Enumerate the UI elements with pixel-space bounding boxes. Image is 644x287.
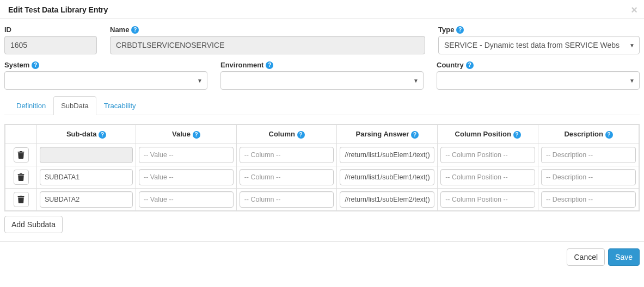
- desc-input[interactable]: [541, 147, 636, 163]
- subdata-input: [40, 147, 133, 163]
- column-input[interactable]: [240, 169, 334, 185]
- help-icon[interactable]: ?: [99, 131, 106, 139]
- type-label: Type ?: [438, 26, 640, 34]
- tab-bar: Definition SubData Tracability: [4, 96, 640, 115]
- cancel-button[interactable]: Cancel: [567, 248, 605, 266]
- delete-row-button[interactable]: [14, 170, 29, 185]
- help-icon[interactable]: ?: [32, 61, 39, 69]
- tab-definition[interactable]: Definition: [9, 96, 53, 115]
- column-header-desc: Description ?: [538, 125, 639, 144]
- column-header-column: Column ?: [236, 125, 337, 144]
- table-row: [5, 189, 639, 211]
- help-icon[interactable]: ?: [411, 131, 419, 139]
- system-label: System ?: [4, 61, 207, 69]
- parsing-input[interactable]: [340, 169, 434, 185]
- delete-row-button[interactable]: [14, 147, 29, 163]
- table-row: [5, 166, 639, 189]
- delete-row-button[interactable]: [14, 192, 29, 207]
- help-icon[interactable]: ?: [266, 61, 273, 69]
- country-label: Country ?: [437, 61, 640, 69]
- value-input[interactable]: [139, 191, 234, 208]
- column-input[interactable]: [240, 147, 334, 163]
- help-icon[interactable]: ?: [605, 131, 613, 139]
- modal-header: Edit Test Data Library Entry ×: [0, 0, 644, 19]
- trash-icon: [17, 196, 24, 203]
- table-row: [5, 144, 639, 166]
- modal-footer: Cancel Save: [0, 241, 644, 272]
- column-header-actions: [5, 125, 37, 144]
- modal-title: Edit Test Data Library Entry: [8, 5, 636, 14]
- country-select[interactable]: [437, 71, 640, 90]
- colpos-input[interactable]: [440, 147, 535, 163]
- column-header-subdata: Sub-data ?: [37, 125, 136, 144]
- desc-input[interactable]: [541, 191, 636, 208]
- help-icon[interactable]: ?: [193, 131, 200, 139]
- tab-subdata[interactable]: SubData: [53, 96, 96, 115]
- tab-tracability[interactable]: Tracability: [96, 96, 144, 115]
- column-header-colpos: Column Position ?: [438, 125, 538, 144]
- name-label: Name ?: [110, 26, 425, 34]
- value-input[interactable]: [139, 169, 234, 185]
- name-field: [110, 36, 425, 54]
- id-label: ID: [4, 26, 97, 34]
- subdata-input[interactable]: [40, 169, 133, 185]
- environment-select[interactable]: [220, 71, 424, 90]
- close-icon[interactable]: ×: [631, 4, 637, 15]
- help-icon[interactable]: ?: [456, 26, 464, 34]
- column-input[interactable]: [240, 191, 334, 208]
- subdata-table: Sub-data ? Value ? Column ? Parsing An: [4, 124, 640, 211]
- id-field: [4, 36, 97, 54]
- save-button[interactable]: Save: [608, 248, 640, 266]
- value-input[interactable]: [139, 147, 234, 163]
- parsing-input[interactable]: [340, 191, 434, 208]
- add-subdata-button[interactable]: Add Subdata: [4, 216, 63, 233]
- parsing-input[interactable]: [340, 147, 434, 163]
- desc-input[interactable]: [541, 169, 636, 185]
- system-select[interactable]: [4, 71, 207, 90]
- colpos-input[interactable]: [440, 191, 535, 208]
- help-icon[interactable]: ?: [513, 131, 521, 139]
- subdata-input[interactable]: [40, 191, 133, 208]
- modal-body: ID Name ? Type ? SERVICE - Dynamic te: [0, 19, 644, 241]
- help-icon[interactable]: ?: [131, 26, 139, 34]
- type-select[interactable]: SERVICE - Dynamic test data from SERVICE…: [438, 36, 640, 54]
- trash-icon: [17, 173, 24, 181]
- help-icon[interactable]: ?: [466, 61, 474, 69]
- column-header-value: Value ?: [136, 125, 237, 144]
- column-header-parsing: Parsing Answer ?: [337, 125, 438, 144]
- trash-icon: [17, 151, 24, 159]
- colpos-input[interactable]: [440, 169, 535, 185]
- environment-label: Environment ?: [220, 61, 424, 69]
- help-icon[interactable]: ?: [297, 131, 305, 139]
